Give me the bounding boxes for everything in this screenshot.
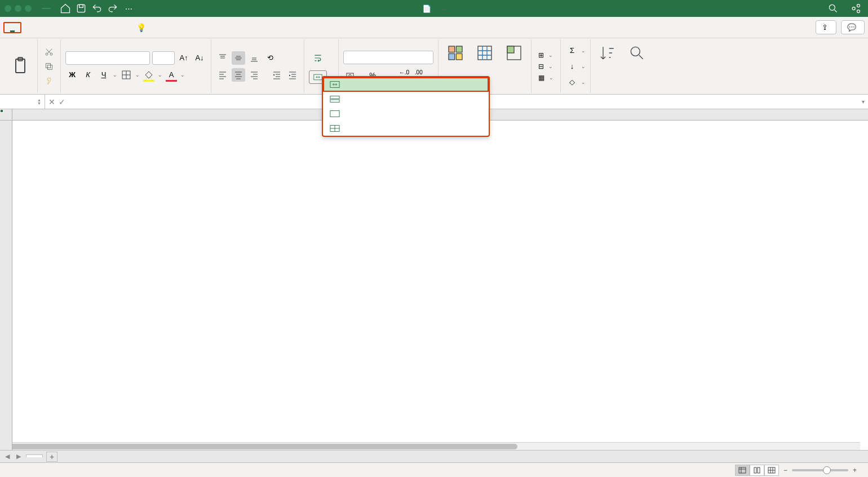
- tab-review[interactable]: [100, 23, 116, 32]
- accept-formula-icon[interactable]: ✓: [59, 97, 65, 106]
- underline-button[interactable]: Ч: [97, 68, 110, 82]
- tab-layout[interactable]: [53, 23, 69, 32]
- font-name-select[interactable]: [65, 51, 150, 65]
- comments-button[interactable]: 💬: [841, 20, 865, 34]
- page-break-view-button[interactable]: [764, 465, 779, 476]
- home-icon[interactable]: [60, 3, 71, 14]
- tab-formulas[interactable]: [69, 23, 85, 32]
- comment-icon: 💬: [847, 23, 856, 32]
- window-controls[interactable]: [5, 5, 32, 12]
- unmerge-item[interactable]: [323, 121, 489, 136]
- decrease-indent-button[interactable]: [270, 68, 284, 82]
- svg-point-23: [631, 47, 640, 56]
- spreadsheet[interactable]: [0, 109, 868, 450]
- fill-color-button[interactable]: [142, 68, 156, 82]
- format-chevron-icon[interactable]: ⌄: [549, 75, 553, 81]
- align-left-button[interactable]: [216, 68, 229, 82]
- title-chevron-icon[interactable]: ⌄: [441, 6, 446, 11]
- add-sheet-button[interactable]: +: [46, 452, 57, 462]
- editing-icons-group: Σ⌄ ↓⌄ ◇⌄: [561, 39, 591, 93]
- svg-rect-10: [47, 65, 52, 69]
- tab-view[interactable]: [116, 23, 132, 32]
- clear-button[interactable]: ◇: [565, 75, 579, 89]
- page-layout-view-button[interactable]: [750, 465, 764, 476]
- svg-point-3: [852, 7, 855, 10]
- cell-styles-button[interactable]: [502, 42, 526, 91]
- cancel-formula-icon[interactable]: ✕: [48, 97, 55, 106]
- increase-font-button[interactable]: A↑: [177, 51, 191, 65]
- svg-rect-17: [456, 46, 462, 52]
- tell-me[interactable]: 💡: [136, 23, 149, 32]
- zoom-in-button[interactable]: +: [853, 466, 857, 474]
- formula-bar-expand[interactable]: ▾: [858, 99, 868, 105]
- zoom-slider[interactable]: [792, 469, 848, 471]
- tab-draw[interactable]: [37, 23, 53, 32]
- decrease-font-button[interactable]: A↓: [193, 51, 206, 65]
- sheet-tab-catalog[interactable]: [26, 454, 43, 457]
- undo-icon[interactable]: [91, 3, 103, 14]
- format-painter-button[interactable]: [42, 74, 56, 88]
- insert-chevron-icon[interactable]: ⌄: [548, 52, 553, 58]
- number-format-select[interactable]: [343, 51, 433, 64]
- normal-view-button[interactable]: [735, 465, 750, 476]
- align-middle-button[interactable]: [232, 51, 245, 65]
- zoom-dot[interactable]: [25, 5, 32, 12]
- borders-chevron-icon[interactable]: ⌄: [135, 72, 140, 78]
- fill-button[interactable]: ↓: [565, 60, 579, 73]
- italic-button[interactable]: К: [81, 68, 95, 82]
- wrap-text-button[interactable]: [309, 49, 327, 67]
- font-color-chevron-icon[interactable]: ⌄: [180, 72, 185, 78]
- cells-area[interactable]: [12, 121, 868, 450]
- sheet-nav-next[interactable]: ▶: [15, 453, 23, 460]
- horizontal-scrollbar[interactable]: [0, 442, 860, 450]
- more-icon[interactable]: ⋯: [123, 3, 134, 14]
- select-all-corner[interactable]: [0, 109, 12, 121]
- fill-chevron-icon[interactable]: ⌄: [158, 72, 162, 78]
- zoom-thumb[interactable]: [823, 466, 831, 474]
- format-cells-button[interactable]: ▦⌄: [536, 73, 556, 83]
- autosave-toggle[interactable]: [42, 8, 51, 9]
- sheet-nav-prev[interactable]: ◀: [3, 453, 11, 460]
- share-top-icon[interactable]: [850, 3, 861, 14]
- find-select-button[interactable]: [625, 42, 649, 91]
- font-color-button[interactable]: А: [165, 68, 178, 82]
- redo-icon[interactable]: [107, 3, 118, 14]
- paste-button[interactable]: [8, 55, 33, 78]
- merge-cells-item[interactable]: [323, 106, 489, 121]
- align-right-button[interactable]: [247, 68, 261, 82]
- autosum-button[interactable]: Σ: [565, 44, 579, 57]
- underline-chevron-icon[interactable]: ⌄: [113, 72, 117, 78]
- merge-center-item[interactable]: [323, 77, 489, 92]
- zoom-out-button[interactable]: −: [783, 466, 787, 474]
- save-icon[interactable]: [76, 3, 87, 14]
- share-button[interactable]: ⇪: [816, 20, 836, 34]
- scrollbar-thumb[interactable]: [1, 444, 517, 449]
- svg-point-2: [829, 5, 835, 10]
- tab-data[interactable]: [85, 23, 100, 32]
- align-top-button[interactable]: [216, 51, 229, 65]
- increase-indent-button[interactable]: [286, 68, 299, 82]
- minimize-dot[interactable]: [15, 5, 21, 12]
- fill-chevron-icon[interactable]: ⌄: [581, 64, 586, 69]
- search-icon[interactable]: [827, 3, 839, 14]
- cut-button[interactable]: [42, 45, 56, 59]
- name-box[interactable]: ▲▼: [0, 95, 45, 109]
- delete-cells-button[interactable]: ⊟⌄: [536, 61, 556, 72]
- merge-across-item[interactable]: [323, 92, 489, 106]
- insert-cells-button[interactable]: ⊞⌄: [536, 50, 556, 60]
- close-dot[interactable]: [5, 5, 11, 12]
- copy-button[interactable]: [42, 60, 56, 73]
- row-headers[interactable]: [0, 121, 12, 450]
- tab-home[interactable]: [3, 22, 21, 33]
- autosum-chevron-icon[interactable]: ⌄: [581, 48, 586, 54]
- borders-button[interactable]: [119, 68, 133, 82]
- clear-chevron-icon[interactable]: ⌄: [581, 79, 586, 85]
- sort-filter-button[interactable]: [595, 42, 620, 91]
- orientation-button[interactable]: ⟲: [263, 51, 277, 65]
- bold-button[interactable]: Ж: [65, 68, 79, 82]
- align-center-button[interactable]: [232, 68, 245, 82]
- delete-chevron-icon[interactable]: ⌄: [548, 64, 553, 69]
- font-size-select[interactable]: [152, 51, 175, 65]
- tab-insert[interactable]: [21, 23, 37, 32]
- align-bottom-button[interactable]: [247, 51, 261, 65]
